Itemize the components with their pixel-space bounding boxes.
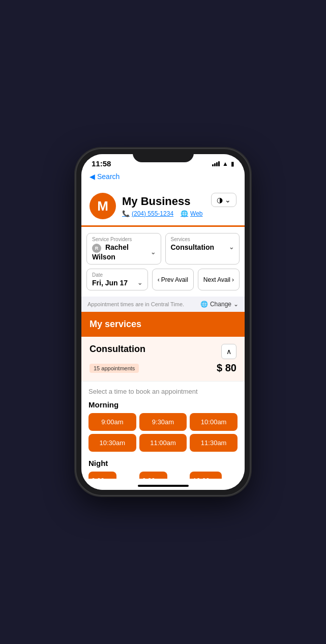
time-slot-button[interactable]: 11:00am xyxy=(139,434,187,452)
timezone-chevron-icon: ⌄ xyxy=(233,301,239,308)
time-slot-wrapper: 10:00pmJDMJ xyxy=(190,472,238,479)
service-chevron-icon: ⌄ xyxy=(229,244,234,251)
status-icons: ▲ ▮ xyxy=(212,160,234,167)
morning-time-grid: 9:00am9:30am10:00am10:30am11:00am11:30am xyxy=(88,413,238,452)
time-slot-button[interactable]: 9:00am xyxy=(88,413,136,431)
home-indicator xyxy=(81,479,245,490)
time-slot-button[interactable]: 10:30am xyxy=(88,434,136,452)
night-label: Night xyxy=(88,459,238,467)
signal-icon xyxy=(212,161,220,166)
main-content: M My Business 📞 (204) 555-1234 🌐 xyxy=(81,185,245,479)
date-label: Date xyxy=(92,272,142,278)
phone-number: (204) 555-1234 xyxy=(132,210,173,217)
collapse-button[interactable]: ∧ xyxy=(221,344,236,359)
web-label: Web xyxy=(190,210,202,217)
business-header: M My Business 📞 (204) 555-1234 🌐 xyxy=(81,185,245,227)
provider-filter[interactable]: Service Providers R Rachel Wilson ⌄ xyxy=(86,233,161,265)
change-timezone-button[interactable]: 🌐 Change ⌄ xyxy=(200,301,239,308)
back-arrow-icon: ◀ xyxy=(90,172,95,181)
prev-chevron-icon: ‹ xyxy=(158,276,160,283)
next-avail-label: Next Avail xyxy=(203,276,230,283)
timezone-globe-icon: 🌐 xyxy=(200,301,208,308)
prev-avail-label: Prev Avail xyxy=(161,276,188,283)
consultation-card: Consultation ∧ 15 appointments $ 80 xyxy=(81,337,245,382)
service-value: Consultation ⌄ xyxy=(171,243,234,251)
back-nav[interactable]: ◀ Search xyxy=(81,170,245,185)
theme-icon: ◑ xyxy=(217,196,223,204)
next-avail-button[interactable]: Next Avail › xyxy=(198,269,240,290)
service-name: Consultation xyxy=(171,243,215,251)
time-slot-button[interactable]: 9:30pm xyxy=(139,472,167,479)
time-slot-wrapper: 9:30pmJDMJ xyxy=(139,472,187,479)
wifi-icon: ▲ xyxy=(222,160,228,167)
service-filter[interactable]: Services Consultation ⌄ xyxy=(165,233,240,265)
next-chevron-icon: › xyxy=(232,276,234,283)
provider-label: Service Providers xyxy=(92,237,156,242)
notch xyxy=(133,149,194,162)
battery-icon: ▮ xyxy=(231,160,234,167)
date-value: Fri, Jun 17 ⌄ xyxy=(92,279,142,287)
provider-value: R Rachel Wilson ⌄ xyxy=(92,243,156,261)
date-filter[interactable]: Date Fri, Jun 17 ⌄ xyxy=(86,269,148,290)
prev-avail-button[interactable]: ‹ Prev Avail xyxy=(152,269,194,290)
date-chevron-icon: ⌄ xyxy=(137,279,142,286)
home-bar xyxy=(138,485,189,487)
select-time-text: Select a time to book an appointment xyxy=(88,388,238,395)
date-text: Fri, Jun 17 xyxy=(92,279,128,287)
phone-screen: 11:58 ▲ ▮ ◀ Search xyxy=(81,154,245,490)
time-slot-button[interactable]: 9:00pm xyxy=(88,472,116,479)
time-slot-button[interactable]: 9:30am xyxy=(139,413,187,431)
consultation-price: $ 80 xyxy=(217,362,236,374)
morning-label: Morning xyxy=(88,400,238,409)
filter-row-1: Service Providers R Rachel Wilson ⌄ Serv… xyxy=(86,233,240,265)
phone-link[interactable]: 📞 (204) 555-1234 xyxy=(122,210,173,217)
night-time-grid: 9:00pmJDMJ9:30pmJDMJ10:00pmJDMJ xyxy=(88,472,238,479)
theme-chevron-icon: ⌄ xyxy=(225,196,231,204)
change-label: Change xyxy=(210,301,231,308)
appointments-badge: 15 appointments xyxy=(90,364,139,373)
time-slot-button[interactable]: 10:00pm xyxy=(190,472,222,479)
consultation-name: Consultation xyxy=(90,344,145,355)
time-slot-button[interactable]: 10:00am xyxy=(190,413,238,431)
filters-section: Service Providers R Rachel Wilson ⌄ Serv… xyxy=(81,227,245,297)
collapse-icon: ∧ xyxy=(226,347,231,356)
provider-avatar: R xyxy=(92,244,101,253)
service-label: Services xyxy=(171,237,234,242)
phone-frame: 11:58 ▲ ▮ ◀ Search xyxy=(76,149,250,495)
status-time: 11:58 xyxy=(92,159,111,168)
schedule-section: Select a time to book an appointment Mor… xyxy=(81,382,245,479)
web-link[interactable]: 🌐 Web xyxy=(181,210,202,217)
theme-button[interactable]: ◑ ⌄ xyxy=(211,193,236,207)
time-slot-wrapper: 9:00pmJDMJ xyxy=(88,472,136,479)
timezone-text: Appointment times are in Central Time. xyxy=(87,301,184,307)
phone-icon: 📞 xyxy=(122,210,130,217)
business-logo: M xyxy=(90,193,116,219)
back-label[interactable]: Search xyxy=(97,172,120,181)
provider-chevron-icon: ⌄ xyxy=(151,249,156,256)
globe-icon: 🌐 xyxy=(181,210,188,217)
date-row: Date Fri, Jun 17 ⌄ ‹ Prev Avail Next Ava… xyxy=(86,269,240,290)
services-title: My services xyxy=(90,319,236,330)
timezone-bar: Appointment times are in Central Time. 🌐… xyxy=(81,297,245,312)
business-name: My Business xyxy=(122,195,203,208)
time-slot-button[interactable]: 11:30am xyxy=(190,434,238,452)
services-header: My services xyxy=(81,312,245,337)
